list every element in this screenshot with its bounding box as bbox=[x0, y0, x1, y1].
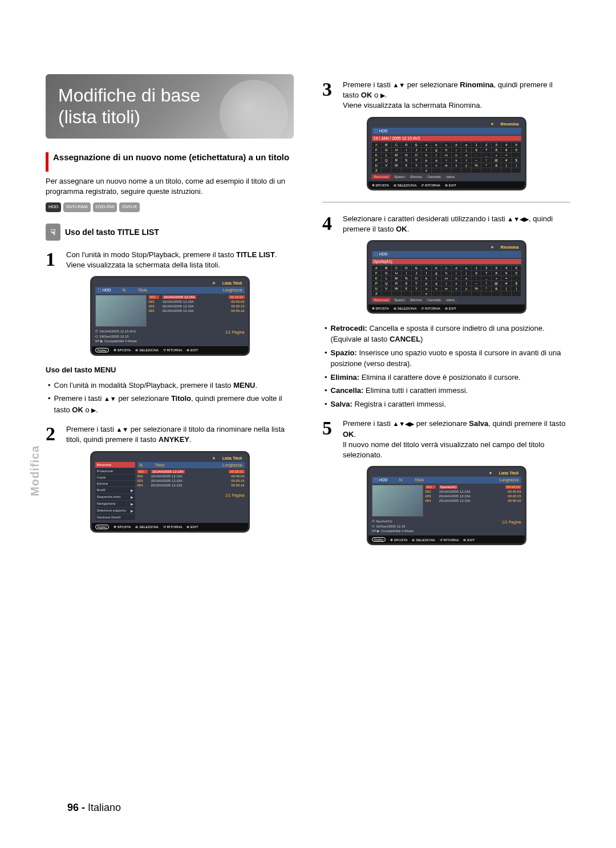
hand-icon: ☟ bbox=[46, 224, 60, 241]
subsection-heading: ☟ Uso del tasto TITLE LIST bbox=[46, 224, 294, 241]
badge-dvdrw: DVD-RW bbox=[93, 202, 117, 212]
step-5: 5 Premere i tasti ▲▼◀▶ per selezionare S… bbox=[322, 419, 570, 460]
screenshot-rename-keyboard: ✦Rinomina ⬚ HDD 19 / JAN / 2005 12:15 AV… bbox=[367, 117, 526, 190]
screenshot-rename-typed: ✦Rinomina ⬚ HDD Sports(A1) ABCDEabcde123… bbox=[367, 240, 526, 314]
section-intro: Per assegnare un nuovo nome a un titolo,… bbox=[46, 176, 294, 197]
page-title: Modifiche di base (lista titoli) bbox=[46, 74, 294, 139]
page-footer: 96 - Italiano bbox=[67, 802, 121, 814]
badge-hdd: HDD bbox=[46, 202, 61, 212]
step-number: 4 bbox=[322, 214, 338, 233]
badge-dvdr: DVD-R bbox=[119, 202, 139, 212]
media-badges: HDD DVD-RAM DVD-RW DVD-R bbox=[46, 202, 294, 212]
screenshot-anykey-menu: ✦Lista Titoli Rinomina Protezione Copia … bbox=[90, 451, 250, 533]
key-definitions: Retrocedi: Cancella e sposta il cursore … bbox=[325, 323, 570, 410]
section-heading: Assegnazione di un nuovo nome (etichetta… bbox=[46, 152, 294, 172]
screenshot-title-list: ✦Lista Titoli ⬚ HDDN.TitoloLunghezza ⏱ 1… bbox=[90, 276, 250, 355]
step-number: 2 bbox=[46, 424, 62, 444]
step-2: 2 Premere i tasti ▲▼ per selezionare il … bbox=[46, 424, 294, 445]
screenshot-final-list: ✦Lista Titoli ⬚ HDDN.TitoloLunghezza ⏱ S… bbox=[367, 466, 526, 545]
step-1: 1 Con l'unità in modo Stop/Playback, pre… bbox=[46, 250, 294, 270]
step-number: 3 bbox=[322, 80, 338, 99]
step-4: 4 Selezionare i caratteri desiderati uti… bbox=[322, 214, 570, 234]
step-number: 5 bbox=[322, 419, 338, 438]
menu-heading: Uso del tasto MENU bbox=[46, 366, 116, 374]
step-3: 3 Premere i tasti ▲▼ per selezionare Rin… bbox=[322, 80, 570, 111]
badge-dvdram: DVD-RAM bbox=[63, 202, 90, 212]
step-number: 1 bbox=[46, 250, 62, 269]
side-tab-label: Modifica bbox=[29, 445, 42, 496]
menu-bullets: Con l'unità in modalità Stop/Playback, p… bbox=[48, 380, 294, 416]
